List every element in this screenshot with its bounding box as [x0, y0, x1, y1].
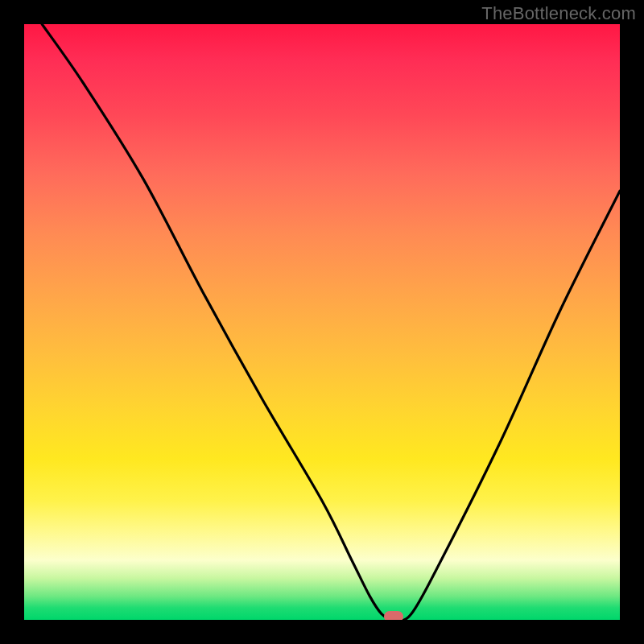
watermark-text: TheBottleneck.com	[481, 3, 636, 24]
plot-area	[24, 24, 620, 620]
bottleneck-curve	[24, 24, 620, 620]
chart-frame: TheBottleneck.com	[0, 0, 644, 644]
optimum-marker	[384, 611, 403, 620]
